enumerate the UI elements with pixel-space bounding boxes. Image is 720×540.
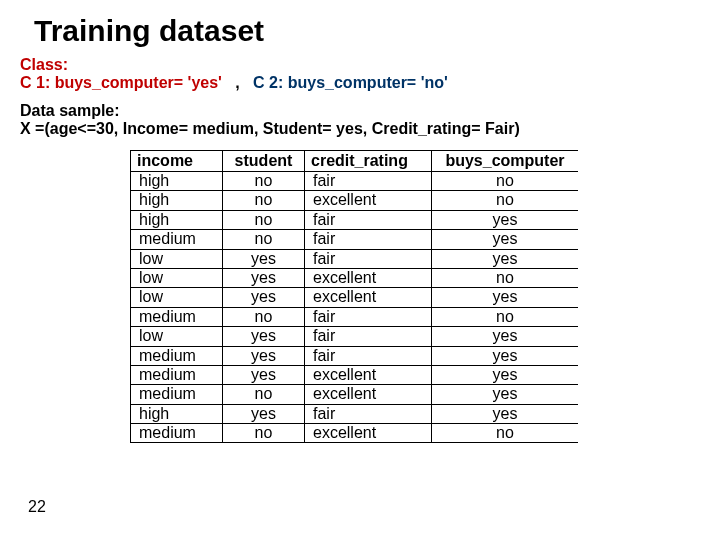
class-c2: C 2: buys_computer= 'no' [253,74,448,91]
table-cell: yes [432,327,579,346]
page-number: 22 [28,498,46,516]
table-cell: no [223,230,305,249]
table-cell: yes [223,249,305,268]
class-label: Class: [20,56,68,73]
table-cell: high [131,404,223,423]
table-cell: low [131,288,223,307]
table-cell: high [131,191,223,210]
table-cell: no [432,268,579,287]
table-cell: no [432,172,579,191]
table-cell: yes [432,288,579,307]
class-separator: , [235,74,239,91]
table-cell: yes [432,210,579,229]
table-cell: fair [305,210,432,229]
table-row: lowyesexcellentyes [131,288,579,307]
table-cell: no [223,172,305,191]
table-row: lowyesfairyes [131,327,579,346]
table-cell: high [131,172,223,191]
data-sample: Data sample: X =(age<=30, Income= medium… [20,102,700,138]
table-row: lowyesexcellentno [131,268,579,287]
table-cell: excellent [305,365,432,384]
table-cell: medium [131,365,223,384]
table-cell: yes [432,404,579,423]
col-student: student [223,151,305,172]
table-cell: no [223,191,305,210]
table-cell: medium [131,385,223,404]
table-cell: fair [305,230,432,249]
table-cell: yes [432,230,579,249]
table-cell: fair [305,307,432,326]
table-cell: no [432,191,579,210]
table-cell: medium [131,346,223,365]
table-row: mediumnoexcellentno [131,424,579,443]
table-cell: no [223,424,305,443]
table-row: mediumnofairno [131,307,579,326]
page-title: Training dataset [34,14,700,48]
table-cell: low [131,268,223,287]
table-cell: fair [305,327,432,346]
table-cell: medium [131,424,223,443]
col-income: income [131,151,223,172]
col-buys: buys_computer [432,151,579,172]
table-cell: high [131,210,223,229]
table-cell: no [223,385,305,404]
table-row: lowyesfairyes [131,249,579,268]
table-row: highnofairno [131,172,579,191]
table-row: highyesfairyes [131,404,579,423]
table-cell: no [223,307,305,326]
table-cell: medium [131,230,223,249]
training-table: income student credit_rating buys_comput… [130,150,578,443]
table-cell: yes [223,365,305,384]
table-cell: excellent [305,268,432,287]
sample-text: X =(age<=30, Income= medium, Student= ye… [20,120,520,137]
table-cell: yes [223,404,305,423]
table-cell: excellent [305,191,432,210]
table-cell: yes [223,268,305,287]
table-cell: yes [223,327,305,346]
table-cell: yes [432,249,579,268]
table-row: mediumnoexcellentyes [131,385,579,404]
table-cell: no [223,210,305,229]
table-cell: fair [305,346,432,365]
table-cell: excellent [305,424,432,443]
col-credit: credit_rating [305,151,432,172]
table-cell: yes [223,346,305,365]
table-cell: low [131,249,223,268]
class-definition: Class: C 1: buys_computer= 'yes' , C 2: … [20,56,700,92]
table-row: mediumyesfairyes [131,346,579,365]
table-row: highnofairyes [131,210,579,229]
sample-label: Data sample: [20,102,120,119]
table-cell: medium [131,307,223,326]
table-cell: excellent [305,385,432,404]
table-header-row: income student credit_rating buys_comput… [131,151,579,172]
table-row: highnoexcellentno [131,191,579,210]
class-c1: C 1: buys_computer= 'yes' [20,74,222,91]
table-cell: no [432,307,579,326]
table-cell: low [131,327,223,346]
table-cell: no [432,424,579,443]
table-row: mediumnofairyes [131,230,579,249]
table-cell: yes [432,346,579,365]
table-cell: fair [305,249,432,268]
table-cell: fair [305,404,432,423]
table-row: mediumyesexcellentyes [131,365,579,384]
table-cell: yes [432,365,579,384]
table-cell: yes [223,288,305,307]
table-cell: fair [305,172,432,191]
table-cell: excellent [305,288,432,307]
table-cell: yes [432,385,579,404]
